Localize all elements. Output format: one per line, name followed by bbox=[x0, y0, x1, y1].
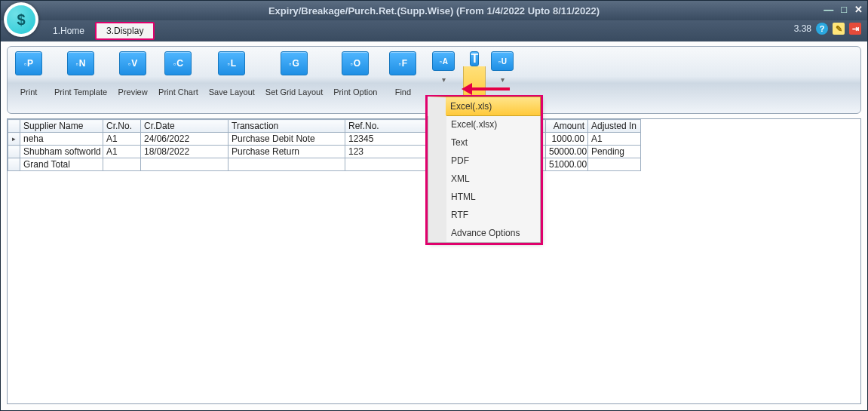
help-icon[interactable]: ? bbox=[816, 23, 828, 35]
export-u-button[interactable]: U ▾ bbox=[487, 51, 517, 84]
data-grid[interactable]: Supplier Name Cr.No. Cr.Date Transaction… bbox=[8, 119, 641, 171]
col-adjusted[interactable]: Adjusted In bbox=[588, 120, 641, 133]
export-html[interactable]: HTML bbox=[428, 188, 540, 206]
print-option-button[interactable]: O Print Option bbox=[333, 51, 377, 97]
title-bar: $ Expiry/Breakage/Purch.Ret.(Supp.Wise) … bbox=[1, 1, 867, 20]
version-label: 3.38 bbox=[794, 23, 811, 34]
menu-display[interactable]: 3.Display bbox=[95, 22, 155, 40]
preview-button[interactable]: V Preview bbox=[118, 51, 148, 97]
notes-icon[interactable]: ✎ bbox=[833, 23, 845, 35]
col-refno[interactable]: Ref.No. bbox=[345, 120, 433, 133]
minimize-button[interactable]: — bbox=[824, 4, 833, 15]
export-xlsx[interactable]: Excel(.xlsx) bbox=[428, 115, 540, 133]
print-template-button[interactable]: N Print Template bbox=[54, 51, 107, 97]
export-menu: Excel(.xls) Excel(.xlsx) Text PDF XML HT… bbox=[428, 97, 541, 243]
export-xls[interactable]: Excel(.xls) bbox=[428, 97, 541, 116]
export-xml[interactable]: XML bbox=[428, 170, 540, 188]
print-chart-button[interactable]: C Print Chart bbox=[158, 51, 198, 97]
col-amount[interactable]: Amount bbox=[546, 120, 588, 133]
export-pdf[interactable]: PDF bbox=[428, 152, 540, 170]
col-crdate[interactable]: Cr.Date bbox=[141, 120, 229, 133]
export-text[interactable]: Text bbox=[428, 133, 540, 152]
set-grid-layout-button[interactable]: G Set Grid Layout bbox=[265, 51, 323, 97]
save-layout-button[interactable]: L Save Layout bbox=[209, 51, 255, 97]
header-row: Supplier Name Cr.No. Cr.Date Transaction… bbox=[8, 120, 641, 133]
dropdown-caret[interactable]: ▾ bbox=[432, 75, 455, 84]
print-button[interactable]: P Print bbox=[14, 51, 44, 97]
close-button[interactable]: ✕ bbox=[854, 4, 863, 15]
col-supplier[interactable]: Supplier Name bbox=[20, 120, 103, 133]
col-transaction[interactable]: Transaction bbox=[229, 120, 345, 133]
find-button[interactable]: F Find bbox=[388, 51, 418, 97]
menu-home[interactable]: 1.Home bbox=[42, 23, 95, 39]
export-a-button[interactable]: A ▾ bbox=[428, 51, 459, 84]
table-row[interactable]: Shubham softworld A1 18/08/2022 Purchase… bbox=[8, 146, 641, 158]
export-advance[interactable]: Advance Options bbox=[428, 224, 540, 242]
table-row[interactable]: neha A1 24/06/2022 Purchase Debit Note 1… bbox=[8, 133, 641, 146]
annotation-arrow bbox=[462, 83, 510, 95]
maximize-button[interactable]: □ bbox=[841, 4, 847, 15]
app-logo: $ bbox=[4, 2, 38, 37]
window-title: Expiry/Breakage/Purch.Ret.(Supp.Wise) (F… bbox=[268, 5, 600, 17]
menu-bar: 1.Home 3.Display 3.38 ? ✎ ⇥ bbox=[1, 20, 867, 41]
total-row: Grand Total 51000.00 bbox=[8, 158, 641, 171]
col-crno[interactable]: Cr.No. bbox=[103, 120, 141, 133]
export-rtf[interactable]: RTF bbox=[428, 206, 540, 224]
exit-icon[interactable]: ⇥ bbox=[849, 23, 861, 35]
